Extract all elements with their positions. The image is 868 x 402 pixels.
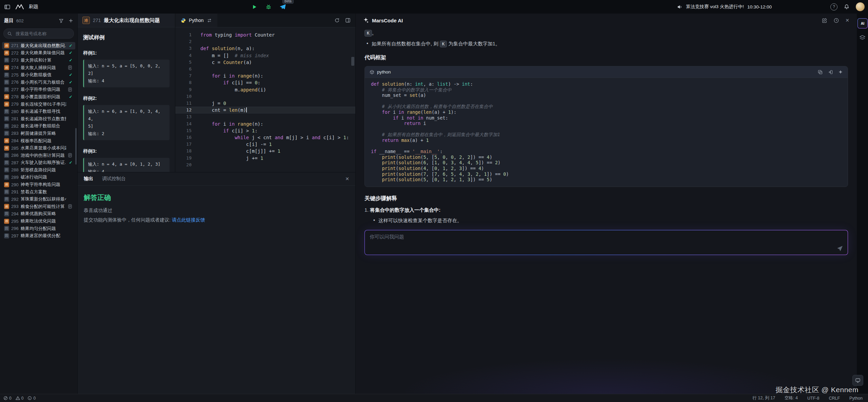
problem-list-item[interactable]: 田289破冰行动问题	[2, 174, 75, 181]
language-mode[interactable]: Python	[849, 396, 863, 401]
editor-scrollbar[interactable]	[351, 57, 354, 66]
problem-list-item[interactable]: 田280最长递减子数组寻找	[2, 108, 75, 115]
sidebar-toggle-icon[interactable]	[4, 4, 11, 10]
send-message-icon[interactable]	[837, 245, 843, 251]
warnings-indicator[interactable]: 0	[16, 396, 24, 401]
problem-list-item[interactable]: 田296糖果均匀分配问题	[2, 225, 75, 232]
info-indicator[interactable]: 0	[27, 396, 36, 401]
ai-chat-input[interactable]	[365, 230, 848, 255]
problem-list-item[interactable]: 难279最长连续交替01子串问题	[2, 101, 75, 108]
feedback-link[interactable]: 请点此链接反馈	[172, 217, 205, 223]
problem-list-item[interactable]: 难295糖果吃法优化问题	[2, 217, 75, 225]
code-line[interactable]: 18 c[m[j]] += 1	[175, 148, 355, 154]
problem-list-item[interactable]: 难285水果店果篮最小成本问题	[2, 144, 75, 152]
split-editor-icon[interactable]	[345, 18, 351, 23]
code-line[interactable]: 4 m = [] # miss index	[175, 52, 355, 59]
code-line[interactable]: 5 c = Counter(a)	[175, 59, 355, 66]
problem-list-item[interactable]: 难278最小覆盖圆面积问题✓	[2, 93, 75, 101]
code-line[interactable]: 14 for i in range(n):	[175, 121, 355, 127]
problem-list-item[interactable]: 田276最小周长巧克力板组合✓	[2, 79, 75, 86]
problem-list-item[interactable]: 田288矩形棋盘路径问题	[2, 166, 75, 174]
insert-code-icon[interactable]	[828, 70, 833, 75]
code-line[interactable]: 2	[175, 38, 355, 45]
tab-debug-console[interactable]: 调试控制台	[102, 176, 126, 182]
indent-setting[interactable]: 空格: 4	[785, 395, 798, 401]
problem-list-item[interactable]: 难284模板串匹配问题	[2, 137, 75, 145]
problem-list-item[interactable]: 难272最大化糖果美味值问题✓	[2, 49, 75, 57]
marscode-ai-extension-button[interactable]: AI	[857, 18, 868, 28]
problem-list-item[interactable]: 难271最大化未出现自然数问...✓	[2, 42, 75, 49]
sidebar-scrollbar[interactable]	[75, 128, 77, 165]
code-line[interactable]: 8 if c[i] == 0:	[175, 79, 355, 86]
code-line[interactable]: 17 c[i] -= 1	[175, 141, 355, 148]
help-icon[interactable]: ?	[830, 3, 837, 10]
run-button[interactable]	[250, 3, 259, 11]
errors-indicator[interactable]: 0	[3, 396, 12, 401]
eol-setting[interactable]: CRLF	[829, 396, 840, 401]
problem-list-item[interactable]: 田282最长递增子数组组合	[2, 123, 75, 130]
problem-list-item[interactable]: 田287火车驶入驶出顺序验证...✓	[2, 159, 75, 167]
ai-chat-inputbox[interactable]	[364, 230, 848, 255]
reset-code-icon[interactable]	[334, 18, 340, 23]
code-line[interactable]: 10	[175, 93, 355, 100]
debug-button[interactable]	[264, 3, 273, 11]
code-line[interactable]: 9 m.append(i)	[175, 86, 355, 93]
kbd-k: K	[364, 30, 372, 37]
tab-output[interactable]: 输出	[84, 176, 93, 182]
filter-funnel-icon[interactable]	[59, 18, 64, 23]
problem-list-item[interactable]: 田286游戏中的伤害计算问题	[2, 152, 75, 159]
problem-list-item[interactable]: 田297糖果迷宫的最优分配	[2, 232, 75, 239]
problem-list-item[interactable]: 田294糖果优惠购买策略	[2, 210, 75, 218]
problem-id: 277	[11, 87, 19, 92]
problem-list: 难271最大化未出现自然数问...✓难272最大化糖果美味值问题✓田273最大异…	[0, 42, 77, 239]
problem-title: 破冰行动问题	[21, 174, 66, 180]
console-toggle-button[interactable]	[852, 375, 863, 386]
problem-list-item[interactable]: 田277最小字符串价值问题	[2, 86, 75, 93]
avatar[interactable]	[856, 2, 865, 11]
code-line[interactable]: 11 j = 0	[175, 100, 355, 107]
code-line[interactable]: 3def solution(n, a):	[175, 45, 355, 52]
problem-list-item[interactable]: 田275最小化数组极值✓	[2, 71, 75, 79]
problem-list-item[interactable]: 难293粮食分配的可能性计算	[2, 203, 75, 210]
problem-list-item[interactable]: 田273最大异或和计算✓	[2, 57, 75, 64]
contest-banner[interactable]: 算法竞技赛 vol3 火热进行中! 10:30-12:00	[677, 4, 772, 10]
problem-list-item[interactable]: 田292算珠重新分配以获得最小...	[2, 195, 75, 203]
code-line[interactable]: 20	[175, 162, 355, 168]
tab-python[interactable]: Python	[175, 14, 217, 27]
problem-list-item[interactable]: 田281最长递减路径节点数查找	[2, 115, 75, 123]
search-box[interactable]	[3, 28, 74, 39]
encoding[interactable]: UTF-8	[807, 396, 819, 401]
notification-bell-icon[interactable]	[844, 4, 850, 10]
sidebar-title: 题目	[4, 18, 14, 24]
add-problem-icon[interactable]	[68, 18, 73, 23]
code-line[interactable]: 19 j += 1	[175, 155, 355, 162]
history-icon[interactable]	[833, 18, 839, 23]
code-line[interactable]: 6	[175, 66, 355, 72]
app-name[interactable]: 刷题	[29, 4, 38, 10]
magic-sparkle-icon[interactable]	[838, 70, 843, 75]
close-output-icon[interactable]: ✕	[345, 176, 349, 182]
copy-code-icon[interactable]	[818, 70, 823, 75]
problem-list-item[interactable]: 难274最大敌人捕获问题	[2, 64, 75, 71]
line-number: 15	[175, 127, 192, 134]
code-line[interactable]: 7 for i in range(n):	[175, 72, 355, 79]
difficulty-badge: 难	[4, 182, 9, 187]
language-swap-icon[interactable]	[207, 18, 212, 23]
code-line[interactable]: 16 while j < cnt and m[j] > i and c[i] >…	[175, 134, 355, 141]
package-icon	[370, 70, 374, 75]
code-line[interactable]: 1from typing import Counter	[175, 31, 355, 38]
app-logo[interactable]	[15, 4, 24, 10]
layers-extension-icon[interactable]	[859, 35, 866, 41]
telegram-button[interactable]: Beta	[278, 3, 287, 11]
close-ai-panel-icon[interactable]: ✕	[845, 18, 849, 23]
cursor-position[interactable]: 行 12, 列 17	[752, 395, 775, 401]
search-input[interactable]	[15, 31, 70, 37]
editor-code[interactable]: 1from typing import Counter23def solutio…	[175, 27, 355, 168]
problem-list-item[interactable]: 田291禁着点方案数	[2, 188, 75, 196]
problem-list-item[interactable]: 田283树苗健康提升策略	[2, 130, 75, 137]
code-line[interactable]: 12 cnt = len(m)	[175, 107, 355, 113]
code-line[interactable]: 13	[175, 113, 355, 120]
problem-list-item[interactable]: 难290神奇字符串构造问题	[2, 181, 75, 188]
new-chat-icon[interactable]	[822, 18, 827, 23]
code-line[interactable]: 15 if c[i] > 1:	[175, 127, 355, 134]
